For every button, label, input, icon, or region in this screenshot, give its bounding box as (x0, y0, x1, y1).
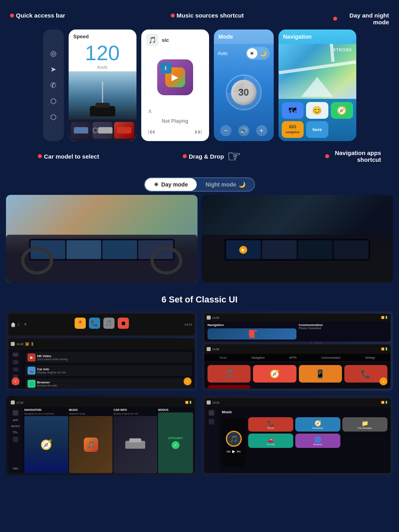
ui1-top-screenshot: ♪ ≡ 📍 📞 🎵 ⏺ 14:51 (8, 314, 195, 336)
igo-icon[interactable]: iGOnavigation (282, 121, 304, 138)
sun-icon: ☀ (154, 181, 159, 188)
next-icon[interactable]: ⏭ (195, 127, 203, 136)
volume-controls[interactable]: − 🔊 + (214, 122, 274, 141)
speed-title: Speed (69, 29, 136, 41)
day-mode-screen (6, 195, 198, 283)
car-thumb-3[interactable] (114, 122, 134, 139)
sygic-icon[interactable]: 🧭 (331, 102, 353, 119)
ui4-carinfo-icon[interactable]: 🚗 Car Info (248, 434, 293, 448)
ui4-screenshot: 15:15 📶🔋 Music (204, 398, 391, 473)
chevron-up-icon[interactable]: ∧ (148, 107, 152, 115)
signal-ui2: 📶🔋 (381, 316, 388, 319)
steering-wheel-right (150, 247, 182, 275)
section-classic-ui: 6 Set of Classic UI XTRONS ♪ ≡ 📍 📞 🎵 ⏺ (0, 291, 399, 483)
signal-icons: 📶🔋 (25, 342, 34, 346)
waze-icon[interactable]: 😊 (306, 102, 328, 119)
mode-toggle-control[interactable]: ☀ 🌙 (246, 47, 270, 60)
ui2-icon-nav[interactable]: 🧭 (253, 365, 296, 383)
music-source-icon[interactable]: 🎵 (146, 33, 159, 46)
ui4-phone-icon[interactable]: 📞 Phone (248, 417, 293, 432)
car-thumb-1[interactable] (71, 122, 91, 139)
music-scroll-controls[interactable]: ∧ (141, 106, 209, 116)
prev-arrow-1[interactable]: ‹ (12, 377, 20, 385)
classic-ui-grid: XTRONS ♪ ≡ 📍 📞 🎵 ⏺ 14:51 (6, 311, 393, 475)
night-mode-toggle[interactable]: Night mode 🌙 (197, 178, 254, 191)
ui2-icon-music[interactable]: 🎵 (207, 365, 251, 383)
here-icon[interactable]: here (306, 121, 328, 138)
volume-plus-button[interactable]: + (256, 125, 267, 136)
tab-music[interactable]: Music (220, 356, 227, 359)
classic-ui-card-4: XTRONS 15:15 📶🔋 Music (202, 396, 393, 475)
hexagon-icon[interactable]: ⬡ (50, 97, 57, 106)
car-thumb-2[interactable] (93, 122, 113, 139)
ui4-browser-icon[interactable]: 🌐 Browser (295, 434, 340, 448)
bottom-labels-row: Car model to select Drag & Drop ☞ Naviga… (6, 141, 393, 173)
browser-sub: Browse the web (37, 384, 57, 387)
ui3-nav-sub: Navigate for you in real time (24, 412, 68, 415)
ui3-screenshot: 17:20 📶🔋 APP MUSIC TEL. NAV (8, 398, 195, 473)
speed-road-visual (69, 71, 136, 120)
ui4-filemanager-icon[interactable]: 📁 File Manager (342, 417, 387, 432)
label-dot-2 (38, 154, 42, 158)
hand-cursor-icon: ☞ (227, 147, 241, 165)
ui4-filemanager-label: File Manager (358, 427, 372, 429)
ui3-carinfo-sub: Display original car info (113, 412, 157, 415)
nav-card: Navigation XTRONS 🗺 😊 🧭 iGOnavigation he… (279, 29, 356, 141)
comm-section-label: Communication (299, 323, 388, 327)
speed-value: 120 (69, 41, 136, 65)
daynight-label: Day and night mode (333, 12, 389, 26)
car-model-label: Car model to select (38, 153, 99, 160)
tab-settings[interactable]: Settings (365, 356, 375, 359)
location-icon[interactable]: ◎ (50, 49, 57, 58)
label-dot-4 (325, 154, 329, 158)
daynight-toggle-row[interactable]: ☀ Day mode Night mode 🌙 (6, 177, 393, 192)
ui4-music-header: Music (222, 410, 387, 414)
steering-wheel-left (21, 247, 53, 275)
speed-card: Speed 120 Km/h (69, 29, 136, 141)
timestamp-ui1a: 14:51 (184, 323, 192, 326)
tab-navigation[interactable]: Navigation (251, 356, 265, 359)
prev-icon[interactable]: ⏮ (148, 127, 156, 136)
car-info-label: Car Info (37, 367, 66, 371)
music-icon-box: ᛒ ▶ (157, 59, 193, 95)
nav-map-area: XTRONS (279, 44, 356, 99)
next-arrow-2[interactable]: › (379, 377, 387, 385)
daynight-toggle-pill[interactable]: ☀ Day mode Night mode 🌙 (144, 177, 255, 192)
volume-minus-button[interactable]: − (220, 125, 231, 136)
navigation-icon[interactable]: ➤ (50, 65, 56, 74)
quick-access-label: Quick access bar (10, 12, 65, 19)
quick-access-bar: ◎ ➤ ✆ ⬡ ⬡ (43, 29, 64, 141)
music-big-icon-area: ᛒ ▶ (141, 49, 209, 106)
night-mode-label: Night mode (205, 181, 236, 188)
tab-apps[interactable]: APPS (289, 356, 297, 359)
timestamp-ui3: 17:20 (16, 401, 24, 404)
section-daynight: ☀ Day mode Night mode 🌙 (0, 177, 399, 291)
music-sources-label: Music sources shortcut (171, 12, 244, 19)
car-screens-row: ▶ (6, 195, 393, 283)
nav-apps-label: Navigation apps shortcut (325, 149, 381, 163)
ui4-nav-icon[interactable]: 🧭 Navigation (295, 417, 340, 432)
car-selector-thumbnails[interactable] (69, 120, 136, 141)
comm-sub: Phone Connected (299, 327, 388, 330)
night-mode-screen: ▶ (201, 195, 393, 283)
label-dot (333, 17, 337, 21)
ui2-icon-settings[interactable]: 🔧 (207, 385, 251, 389)
phone-icon[interactable]: ✆ (50, 81, 56, 90)
day-mode-toggle[interactable]: ☀ Day mode (145, 178, 197, 191)
tab-communication[interactable]: Communication (321, 356, 341, 359)
music-prev-next[interactable]: ⏮ ⏭ (141, 127, 209, 141)
ui4-phone-label: Phone (267, 427, 274, 429)
drag-drop-label: Drag & Drop (183, 153, 224, 160)
night-mode-button[interactable]: 🌙 (258, 48, 269, 59)
day-mode-button[interactable]: ☀ (247, 48, 257, 59)
next-arrow-1[interactable]: › (184, 377, 192, 385)
google-maps-icon[interactable]: 🗺 (282, 102, 304, 119)
dial-outer-ring: 30 (226, 75, 262, 110)
ui3-music-label: MUSIC (69, 408, 113, 411)
volume-icon-button[interactable]: 🔊 (238, 125, 249, 136)
mode-toggle-row[interactable]: Auto ☀ 🌙 (214, 44, 274, 63)
speed-unit: Km/h (69, 65, 136, 70)
ui2-icon-apps[interactable]: 📱 (299, 365, 342, 383)
settings-gear-icon[interactable]: ⬡ (50, 113, 57, 122)
car-info-sub: Display original car info (37, 371, 66, 374)
